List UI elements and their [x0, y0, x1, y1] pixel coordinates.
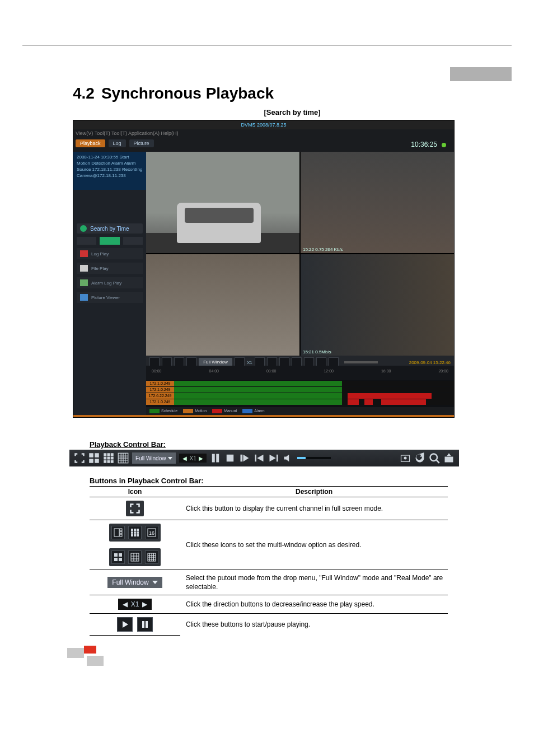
- tab-log[interactable]: Log: [109, 139, 126, 147]
- zoom-icon[interactable]: [429, 452, 440, 464]
- layout-1-3-icon[interactable]: [111, 526, 125, 539]
- legend-swatch: [183, 409, 193, 413]
- svg-point-32: [430, 454, 438, 461]
- layout-3x3b-icon[interactable]: [128, 550, 142, 564]
- arrow-left-icon[interactable]: ◀: [182, 455, 187, 461]
- stop-icon[interactable]: [224, 452, 236, 464]
- svg-rect-46: [131, 534, 133, 536]
- ruler-now-label: 2009-09-04 15:22:46: [409, 360, 451, 365]
- playback-control-bar: Full Window ◀X1▶: [69, 450, 459, 466]
- volume-slider[interactable]: [344, 361, 378, 363]
- track-label: 172.1.0.249: [146, 387, 174, 393]
- footer-red-block: [84, 646, 96, 654]
- svg-rect-2: [89, 459, 93, 463]
- sidebar-item-label: Picture Viewer: [91, 295, 120, 300]
- fullwindow-label: Full Window: [112, 578, 148, 586]
- svg-rect-11: [107, 460, 110, 463]
- fullwindow-dropdown[interactable]: Full Window: [132, 452, 176, 464]
- page-icon: [80, 250, 88, 257]
- timeline-ruler: 00:00 04:00 08:00 12:00 16:00 20:00: [146, 366, 454, 380]
- app-clock: 10:36:25: [411, 141, 437, 148]
- speed-label: X1: [247, 360, 252, 365]
- refresh-icon[interactable]: [414, 452, 425, 464]
- camera-2[interactable]: 15:22 0.75 264 Kb/s: [301, 152, 454, 253]
- svg-rect-20: [212, 454, 214, 463]
- section-subheading: [Search by time]: [73, 108, 512, 116]
- svg-rect-69: [146, 621, 148, 628]
- legend-label: Schedule: [161, 409, 177, 413]
- svg-rect-55: [131, 553, 139, 561]
- legend-label: Alarm: [254, 409, 264, 413]
- pause-icon[interactable]: [210, 452, 221, 464]
- frame-forward-icon[interactable]: [239, 452, 250, 464]
- fullwindow-dropdown[interactable]: Full Window: [107, 577, 162, 588]
- page-icon: [80, 265, 88, 272]
- multiscreen-icons-row1: 16: [109, 524, 161, 542]
- speed-control[interactable]: ◀X1▶: [179, 454, 206, 463]
- pause-icon[interactable]: [137, 617, 153, 632]
- sidebar-search-by-time[interactable]: Search by Time: [77, 223, 143, 234]
- svg-rect-8: [107, 457, 110, 460]
- grid9-icon[interactable]: [103, 452, 114, 464]
- svg-marker-26: [257, 455, 263, 462]
- legend-label: Manual: [224, 409, 237, 413]
- th-description: Description: [180, 487, 448, 497]
- camera-1[interactable]: [146, 152, 299, 253]
- track-label: 172.6.22.249: [146, 393, 174, 399]
- play-icon[interactable]: [117, 617, 133, 632]
- svg-line-33: [437, 460, 439, 463]
- sidebar-event-text: 2008-11-24 10:30:55 Start Motion Detecti…: [73, 152, 146, 190]
- page-icon: [80, 279, 88, 286]
- sidebar-item-pictureviewer[interactable]: Picture Viewer: [77, 292, 143, 303]
- timeline-tracks: 172.1.0.249 172.1.0.249 172.6.22.249 172…: [146, 380, 454, 407]
- camera-4[interactable]: 15:21 0.5Mb/s: [301, 254, 454, 356]
- app-tabs: Playback Log Picture: [76, 139, 154, 147]
- skip-start-icon[interactable]: [254, 452, 265, 464]
- svg-marker-29: [284, 455, 289, 462]
- tick: 00:00: [152, 369, 162, 380]
- grid4-icon[interactable]: [88, 452, 100, 464]
- arrow-left-icon[interactable]: ◀: [123, 600, 128, 608]
- skip-end-icon[interactable]: [268, 452, 279, 464]
- table-row: Full Window Select the putout mode from …: [90, 570, 448, 595]
- layout-3x3-icon[interactable]: [128, 526, 142, 539]
- table-row: ◀ X1 ▶ Click the direction buttons to de…: [90, 595, 448, 614]
- fullscreen-icon[interactable]: [126, 501, 144, 516]
- svg-rect-53: [114, 558, 118, 561]
- speed-control[interactable]: ◀ X1 ▶: [118, 599, 152, 610]
- layout-4x4-icon[interactable]: [145, 550, 158, 564]
- arrow-right-icon[interactable]: ▶: [142, 600, 147, 608]
- svg-rect-45: [137, 531, 139, 534]
- grid16-icon[interactable]: [118, 452, 129, 464]
- header-gray-block: [450, 67, 512, 81]
- volume-slider[interactable]: [297, 457, 331, 459]
- svg-rect-21: [216, 454, 219, 463]
- mute-icon[interactable]: [283, 452, 294, 464]
- play-pause-buttons: [117, 617, 153, 632]
- camera-3[interactable]: [146, 254, 299, 356]
- track-label: 172.1.0.249: [146, 381, 174, 386]
- svg-marker-27: [269, 455, 275, 462]
- snapshot-icon[interactable]: [400, 452, 411, 464]
- footer-gray-block: [87, 656, 104, 666]
- arrow-right-icon[interactable]: ▶: [199, 455, 203, 461]
- svg-rect-41: [134, 529, 136, 531]
- tab-playback[interactable]: Playback: [76, 139, 105, 147]
- sidebar-item-logplay[interactable]: Log Play: [77, 248, 143, 259]
- export-icon[interactable]: [443, 452, 455, 464]
- camera-grid: 15:22 0.75 264 Kb/s 15:21 0.5Mb/s: [146, 152, 454, 356]
- sidebar-item-fileplay[interactable]: File Play: [77, 263, 143, 274]
- footer-gray-block: [67, 648, 84, 658]
- svg-marker-24: [243, 455, 249, 462]
- fullscreen-icon[interactable]: [74, 452, 85, 464]
- tab-picture[interactable]: Picture: [129, 139, 154, 147]
- svg-point-31: [404, 457, 407, 460]
- sidebar-item-label: File Play: [91, 266, 109, 271]
- svg-rect-5: [107, 453, 110, 456]
- sidebar-item-alarmlogplay[interactable]: Alarm Log Play: [77, 277, 143, 288]
- layout-16-icon[interactable]: 16: [145, 526, 158, 539]
- layout-2x2-icon[interactable]: [111, 550, 125, 564]
- svg-rect-38: [120, 531, 122, 534]
- svg-rect-68: [142, 621, 144, 628]
- section-number: 4.2: [73, 85, 95, 102]
